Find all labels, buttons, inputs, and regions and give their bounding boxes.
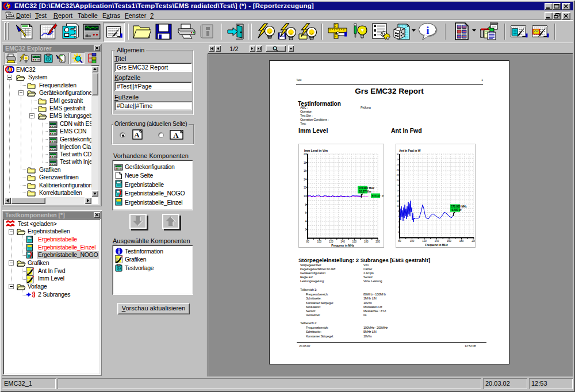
svg-text:120: 120 bbox=[329, 240, 334, 243]
svg-text:0: 0 bbox=[398, 231, 399, 233]
svg-text:100: 100 bbox=[317, 240, 322, 243]
svg-text:Frequenz in MHz: Frequenz in MHz bbox=[425, 243, 448, 247]
svg-text:170.000 MHz: 170.000 MHz bbox=[451, 205, 467, 208]
svg-text:0.487 W: 0.487 W bbox=[452, 209, 462, 212]
svg-text:180: 180 bbox=[459, 240, 464, 243]
svg-text:30: 30 bbox=[397, 153, 399, 156]
svg-text:2: 2 bbox=[398, 226, 399, 228]
svg-text:28: 28 bbox=[397, 159, 399, 161]
svg-text:80: 80 bbox=[398, 240, 401, 243]
svg-text:80: 80 bbox=[306, 240, 309, 243]
svg-text:A: A bbox=[134, 130, 140, 139]
svg-text:140: 140 bbox=[340, 240, 345, 243]
svg-text:16: 16 bbox=[304, 170, 307, 172]
svg-text:160: 160 bbox=[352, 240, 357, 243]
svg-text:10.27 V/m: 10.27 V/m bbox=[359, 190, 371, 193]
svg-text:170.000 MHz: 170.000 MHz bbox=[359, 187, 375, 190]
svg-text:140: 140 bbox=[435, 240, 439, 243]
svg-text:18: 18 bbox=[304, 162, 307, 164]
svg-text:8: 8 bbox=[398, 210, 399, 213]
svg-text:Imm Level in V/m: Imm Level in V/m bbox=[304, 149, 328, 152]
svg-text:4: 4 bbox=[398, 221, 399, 223]
svg-text:6: 6 bbox=[398, 216, 399, 218]
svg-text:14: 14 bbox=[397, 195, 399, 197]
svg-text:20: 20 bbox=[397, 179, 399, 182]
svg-text:100: 100 bbox=[410, 240, 415, 243]
svg-text:8: 8 bbox=[305, 203, 306, 206]
svg-text:22: 22 bbox=[397, 174, 399, 176]
svg-text:120: 120 bbox=[422, 240, 427, 243]
svg-text:16: 16 bbox=[397, 190, 399, 192]
svg-text:160: 160 bbox=[447, 240, 451, 243]
svg-text:10: 10 bbox=[397, 205, 399, 207]
svg-text:6: 6 bbox=[305, 212, 306, 214]
svg-text:12: 12 bbox=[397, 200, 399, 202]
svg-text:200: 200 bbox=[471, 240, 475, 243]
svg-text:200: 200 bbox=[375, 240, 380, 243]
svg-text:Ant In Fwd in W: Ant In Fwd in W bbox=[399, 149, 421, 152]
svg-text:180: 180 bbox=[364, 240, 369, 243]
svg-text:i: i bbox=[426, 24, 429, 36]
svg-text:Sensor: dB: Sensor: dB bbox=[372, 194, 384, 197]
svg-text:A: A bbox=[173, 131, 179, 140]
svg-text:18: 18 bbox=[397, 185, 399, 187]
svg-text:Frequenz in MHz: Frequenz in MHz bbox=[331, 244, 354, 247]
svg-text:26: 26 bbox=[397, 164, 399, 166]
svg-text:24: 24 bbox=[397, 169, 399, 171]
